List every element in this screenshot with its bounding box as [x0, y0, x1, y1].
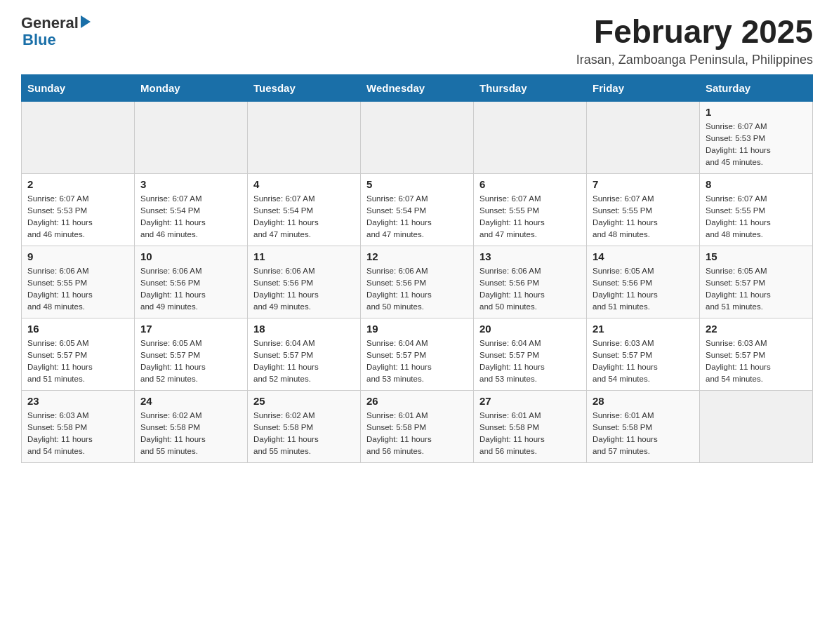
day-header-monday: Monday: [135, 74, 248, 101]
day-header-friday: Friday: [587, 74, 700, 101]
calendar-cell: [474, 101, 587, 173]
day-number: 2: [27, 178, 128, 190]
day-info: Sunrise: 6:07 AM Sunset: 5:55 PM Dayligh…: [479, 193, 581, 241]
day-info: Sunrise: 6:06 AM Sunset: 5:56 PM Dayligh…: [253, 265, 355, 314]
day-number: 8: [706, 178, 807, 190]
day-info: Sunrise: 6:07 AM Sunset: 5:55 PM Dayligh…: [593, 193, 694, 241]
calendar-cell: 3Sunrise: 6:07 AM Sunset: 5:54 PM Daylig…: [135, 173, 248, 246]
calendar-cell: 18Sunrise: 6:04 AM Sunset: 5:57 PM Dayli…: [248, 318, 361, 390]
calendar-cell: 21Sunrise: 6:03 AM Sunset: 5:57 PM Dayli…: [587, 318, 700, 390]
day-number: 14: [593, 250, 694, 262]
calendar-cell: 25Sunrise: 6:02 AM Sunset: 5:58 PM Dayli…: [248, 390, 361, 462]
day-number: 3: [140, 178, 241, 190]
day-number: 11: [253, 250, 355, 262]
day-info: Sunrise: 6:05 AM Sunset: 5:57 PM Dayligh…: [140, 337, 241, 386]
day-number: 9: [27, 250, 128, 262]
day-number: 22: [706, 323, 807, 335]
day-info: Sunrise: 6:01 AM Sunset: 5:58 PM Dayligh…: [366, 410, 468, 458]
day-header-thursday: Thursday: [474, 74, 587, 101]
day-info: Sunrise: 6:07 AM Sunset: 5:54 PM Dayligh…: [140, 193, 241, 241]
day-number: 19: [366, 323, 468, 335]
day-header-wednesday: Wednesday: [361, 74, 474, 101]
calendar-cell: 24Sunrise: 6:02 AM Sunset: 5:58 PM Dayli…: [135, 390, 248, 462]
day-number: 20: [479, 323, 581, 335]
day-number: 16: [27, 323, 128, 335]
calendar-cell: [587, 101, 700, 173]
day-info: Sunrise: 6:01 AM Sunset: 5:58 PM Dayligh…: [479, 410, 581, 458]
logo-blue-text: Blue: [22, 31, 56, 49]
calendar-cell: 2Sunrise: 6:07 AM Sunset: 5:53 PM Daylig…: [22, 173, 135, 246]
day-info: Sunrise: 6:07 AM Sunset: 5:55 PM Dayligh…: [706, 193, 807, 241]
day-info: Sunrise: 6:05 AM Sunset: 5:56 PM Dayligh…: [593, 265, 694, 314]
calendar-cell: 4Sunrise: 6:07 AM Sunset: 5:54 PM Daylig…: [248, 173, 361, 246]
day-number: 24: [140, 395, 241, 407]
calendar-cell: 5Sunrise: 6:07 AM Sunset: 5:54 PM Daylig…: [361, 173, 474, 246]
calendar-cell: 22Sunrise: 6:03 AM Sunset: 5:57 PM Dayli…: [700, 318, 813, 390]
day-number: 10: [140, 250, 241, 262]
calendar-cell: 28Sunrise: 6:01 AM Sunset: 5:58 PM Dayli…: [587, 390, 700, 462]
calendar-cell: 19Sunrise: 6:04 AM Sunset: 5:57 PM Dayli…: [361, 318, 474, 390]
logo-general-text: General: [21, 14, 79, 32]
day-info: Sunrise: 6:06 AM Sunset: 5:56 PM Dayligh…: [140, 265, 241, 314]
day-info: Sunrise: 6:01 AM Sunset: 5:58 PM Dayligh…: [593, 410, 694, 458]
day-info: Sunrise: 6:07 AM Sunset: 5:54 PM Dayligh…: [366, 193, 468, 241]
calendar-cell: 10Sunrise: 6:06 AM Sunset: 5:56 PM Dayli…: [135, 246, 248, 318]
calendar-cell: [22, 101, 135, 173]
day-number: 21: [593, 323, 694, 335]
calendar-week-row: 16Sunrise: 6:05 AM Sunset: 5:57 PM Dayli…: [22, 318, 813, 390]
day-info: Sunrise: 6:05 AM Sunset: 5:57 PM Dayligh…: [706, 265, 807, 314]
calendar-cell: 23Sunrise: 6:03 AM Sunset: 5:58 PM Dayli…: [22, 390, 135, 462]
day-number: 28: [593, 395, 694, 407]
day-info: Sunrise: 6:07 AM Sunset: 5:53 PM Dayligh…: [706, 121, 807, 169]
calendar-cell: [248, 101, 361, 173]
day-number: 26: [366, 395, 468, 407]
day-number: 6: [479, 178, 581, 190]
day-number: 12: [366, 250, 468, 262]
calendar-cell: 6Sunrise: 6:07 AM Sunset: 5:55 PM Daylig…: [474, 173, 587, 246]
calendar-week-row: 1Sunrise: 6:07 AM Sunset: 5:53 PM Daylig…: [22, 101, 813, 173]
day-number: 13: [479, 250, 581, 262]
day-info: Sunrise: 6:02 AM Sunset: 5:58 PM Dayligh…: [140, 410, 241, 458]
day-number: 27: [479, 395, 581, 407]
calendar-week-row: 2Sunrise: 6:07 AM Sunset: 5:53 PM Daylig…: [22, 173, 813, 246]
calendar-cell: 8Sunrise: 6:07 AM Sunset: 5:55 PM Daylig…: [700, 173, 813, 246]
calendar-cell: 12Sunrise: 6:06 AM Sunset: 5:56 PM Dayli…: [361, 246, 474, 318]
calendar-header-row: SundayMondayTuesdayWednesdayThursdayFrid…: [22, 74, 813, 101]
title-area: February 2025 Irasan, Zamboanga Peninsul…: [576, 14, 813, 67]
calendar-cell: 17Sunrise: 6:05 AM Sunset: 5:57 PM Dayli…: [135, 318, 248, 390]
calendar-week-row: 23Sunrise: 6:03 AM Sunset: 5:58 PM Dayli…: [22, 390, 813, 462]
day-info: Sunrise: 6:03 AM Sunset: 5:58 PM Dayligh…: [27, 410, 128, 458]
day-number: 23: [27, 395, 128, 407]
logo-arrow-icon: [81, 15, 91, 28]
calendar-cell: 14Sunrise: 6:05 AM Sunset: 5:56 PM Dayli…: [587, 246, 700, 318]
location-subtitle: Irasan, Zamboanga Peninsula, Philippines: [576, 53, 813, 67]
day-info: Sunrise: 6:06 AM Sunset: 5:56 PM Dayligh…: [366, 265, 468, 314]
calendar-cell: 20Sunrise: 6:04 AM Sunset: 5:57 PM Dayli…: [474, 318, 587, 390]
day-number: 5: [366, 178, 468, 190]
calendar-week-row: 9Sunrise: 6:06 AM Sunset: 5:55 PM Daylig…: [22, 246, 813, 318]
calendar-cell: 11Sunrise: 6:06 AM Sunset: 5:56 PM Dayli…: [248, 246, 361, 318]
month-title: February 2025: [576, 14, 813, 50]
calendar-cell: 7Sunrise: 6:07 AM Sunset: 5:55 PM Daylig…: [587, 173, 700, 246]
day-number: 25: [253, 395, 355, 407]
calendar-cell: 27Sunrise: 6:01 AM Sunset: 5:58 PM Dayli…: [474, 390, 587, 462]
day-info: Sunrise: 6:04 AM Sunset: 5:57 PM Dayligh…: [366, 337, 468, 386]
calendar-cell: 16Sunrise: 6:05 AM Sunset: 5:57 PM Dayli…: [22, 318, 135, 390]
calendar-cell: 9Sunrise: 6:06 AM Sunset: 5:55 PM Daylig…: [22, 246, 135, 318]
calendar-cell: [135, 101, 248, 173]
calendar-cell: [361, 101, 474, 173]
day-number: 15: [706, 250, 807, 262]
day-info: Sunrise: 6:06 AM Sunset: 5:55 PM Dayligh…: [27, 265, 128, 314]
day-header-sunday: Sunday: [22, 74, 135, 101]
day-number: 1: [706, 106, 807, 118]
day-number: 17: [140, 323, 241, 335]
day-number: 4: [253, 178, 355, 190]
day-info: Sunrise: 6:05 AM Sunset: 5:57 PM Dayligh…: [27, 337, 128, 386]
calendar-cell: [700, 390, 813, 462]
calendar-cell: 1Sunrise: 6:07 AM Sunset: 5:53 PM Daylig…: [700, 101, 813, 173]
calendar-cell: 13Sunrise: 6:06 AM Sunset: 5:56 PM Dayli…: [474, 246, 587, 318]
calendar-cell: 15Sunrise: 6:05 AM Sunset: 5:57 PM Dayli…: [700, 246, 813, 318]
day-info: Sunrise: 6:07 AM Sunset: 5:54 PM Dayligh…: [253, 193, 355, 241]
day-header-tuesday: Tuesday: [248, 74, 361, 101]
day-info: Sunrise: 6:02 AM Sunset: 5:58 PM Dayligh…: [253, 410, 355, 458]
